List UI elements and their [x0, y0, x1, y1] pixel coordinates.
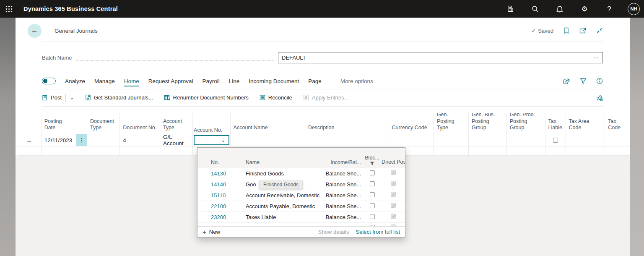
currency-code-cell[interactable] — [389, 134, 434, 146]
account-no-link[interactable]: 14140 — [197, 181, 233, 188]
more-options-button[interactable]: More options — [340, 78, 373, 84]
select-from-full-list-link[interactable]: Select from full list — [356, 229, 400, 235]
tax-code-cell[interactable] — [605, 134, 630, 146]
column-header-document-type[interactable]: Document Type — [87, 113, 120, 134]
menu-item-page[interactable]: Page — [308, 78, 322, 84]
menu-item-manage[interactable]: Manage — [94, 78, 115, 84]
post-button[interactable]: Post — [42, 94, 62, 101]
menu-item-request-approval[interactable]: Request Approval — [148, 78, 193, 84]
filter-icon[interactable] — [580, 78, 587, 84]
tax-liable-checkbox[interactable] — [553, 138, 558, 143]
company-icon[interactable] — [504, 3, 517, 15]
blocked-checkbox[interactable] — [370, 214, 375, 219]
collapse-icon[interactable] — [596, 27, 603, 34]
column-header-tax-code[interactable]: Tax Code — [605, 113, 630, 134]
column-header-posting-date[interactable]: Posting Date — [42, 113, 76, 134]
description-cell[interactable] — [305, 134, 389, 146]
bookmark-icon[interactable] — [564, 27, 569, 34]
direct-posting-checkbox[interactable] — [391, 203, 396, 208]
dropdown-row-clipped: 40140 Resale of Goods Income Stat... — [197, 223, 405, 226]
column-header-tax-area-code[interactable]: Tax Area Code — [566, 113, 605, 134]
account-type-cell[interactable]: G/L Account — [160, 134, 193, 146]
user-avatar[interactable]: NH — [628, 3, 640, 15]
column-header-gen-bus-posting-group[interactable]: Gen. Bus. Posting Group — [469, 113, 507, 134]
direct-posting-checkbox[interactable] — [391, 170, 396, 175]
blocked-checkbox[interactable] — [370, 170, 375, 175]
income-balance-value: Balance She... — [323, 192, 363, 199]
direct-posting-checkbox[interactable] — [391, 214, 396, 219]
menu-item-line[interactable]: Line — [229, 78, 240, 84]
dropdown-row[interactable]: 23200 Taxes Liable Balance She... — [197, 212, 405, 223]
menu-right-actions — [563, 78, 603, 84]
batch-name-value[interactable]: DEFAULT — [282, 55, 593, 61]
menu-item-analyze[interactable]: Analyze — [65, 78, 85, 84]
column-header-account-no[interactable]: Account No. — [193, 113, 231, 134]
get-standard-journals-button[interactable]: Get Standard Journals... — [85, 94, 153, 101]
column-header-description[interactable]: Description — [305, 113, 389, 134]
search-icon[interactable] — [529, 3, 541, 15]
toolbar-right-actions — [596, 94, 603, 101]
assist-edit-ellipsis-icon[interactable]: ⋯ — [593, 55, 599, 61]
blocked-checkbox[interactable] — [370, 203, 375, 208]
column-header-account-name[interactable]: Account Name — [231, 113, 305, 134]
blocked-checkbox[interactable] — [370, 181, 375, 186]
column-header-gen-prod-posting-group[interactable]: Gen. Prod. Posting Group — [507, 113, 545, 134]
gen-bus-posting-group-cell[interactable] — [469, 134, 507, 146]
open-in-new-window-icon[interactable] — [579, 28, 586, 34]
gen-prod-posting-group-cell[interactable] — [507, 134, 545, 146]
column-header-gen-posting-type[interactable]: Gen. Posting Type — [434, 113, 469, 134]
dropdown-row[interactable]: 15110 Account Receivable, Domestic Balan… — [197, 190, 405, 201]
column-header-account-type[interactable]: Account Type — [160, 113, 193, 134]
header-divider — [42, 42, 603, 42]
unpin-icon[interactable] — [596, 94, 603, 101]
post-split-chevron-icon[interactable]: ⌄ — [70, 94, 74, 101]
account-name-value: Account Receivable, Domestic — [233, 192, 323, 199]
help-icon[interactable]: ? — [603, 3, 615, 15]
back-button[interactable]: ← — [28, 24, 42, 38]
row-options-ellipsis-icon[interactable]: ⋮ — [76, 134, 87, 146]
dropdown-row[interactable]: 22100 Accounts Payable, Domestic Balance… — [197, 201, 405, 212]
document-type-cell[interactable] — [87, 134, 120, 146]
gen-posting-type-cell[interactable] — [434, 134, 469, 146]
account-no-link[interactable]: 22100 — [197, 203, 233, 209]
dropdown-column-no: No. — [197, 159, 233, 165]
menu-item-payroll[interactable]: Payroll — [202, 78, 219, 84]
tax-area-code-cell[interactable] — [566, 134, 605, 146]
account-name-cell[interactable] — [231, 134, 305, 146]
app-launcher-icon[interactable] — [0, 0, 18, 18]
menu-divider-line — [42, 89, 603, 89]
blocked-checkbox[interactable] — [370, 192, 375, 197]
show-details-button[interactable]: Show details — [318, 229, 349, 235]
posting-date-cell[interactable]: 12/11/2023 — [42, 134, 76, 146]
account-no-combobox[interactable]: ⌄ — [194, 135, 229, 145]
account-no-link[interactable]: 23200 — [197, 214, 233, 220]
menu-item-incoming-document[interactable]: Incoming Document — [249, 78, 299, 84]
direct-posting-checkbox[interactable] — [391, 181, 396, 186]
renumber-document-numbers-button[interactable]: Renumber Document Numbers — [164, 94, 249, 101]
analyze-toggle[interactable] — [42, 78, 56, 84]
get-standard-journals-icon — [85, 94, 91, 101]
new-account-button[interactable]: + New — [203, 228, 220, 235]
column-header-tax-liable[interactable]: Tax Liable — [545, 113, 566, 134]
apply-entries-button[interactable]: Apply Entries... — [303, 94, 348, 101]
waffle-grid-icon — [5, 5, 13, 13]
account-no-link[interactable]: 15110 — [197, 192, 233, 199]
menu-item-home[interactable]: Home — [124, 78, 139, 86]
renumber-icon — [164, 94, 170, 101]
account-no-link[interactable]: 14130 — [197, 170, 233, 177]
combobox-chevron-down-icon[interactable]: ⌄ — [221, 137, 226, 143]
share-icon[interactable] — [563, 78, 570, 84]
settings-gear-icon[interactable]: ⚙ — [578, 3, 591, 15]
page-content: ← General Journals ✓ Saved — [16, 18, 630, 256]
dropdown-row[interactable]: 14130 Finished Goods Balance She... — [197, 168, 405, 179]
direct-posting-checkbox[interactable] — [391, 192, 396, 197]
app-title: Dynamics 365 Business Central — [23, 5, 118, 12]
plus-icon: + — [203, 228, 206, 235]
batch-name-field[interactable]: DEFAULT ⋯ — [278, 52, 603, 63]
document-no-cell[interactable]: 4 — [120, 134, 160, 146]
column-header-document-no[interactable]: Document No. — [120, 113, 160, 134]
notifications-bell-icon[interactable] — [553, 3, 566, 15]
column-header-currency-code[interactable]: Currency Code — [389, 113, 434, 134]
info-icon[interactable] — [596, 78, 603, 84]
reconcile-button[interactable]: Reconcile — [260, 94, 292, 101]
